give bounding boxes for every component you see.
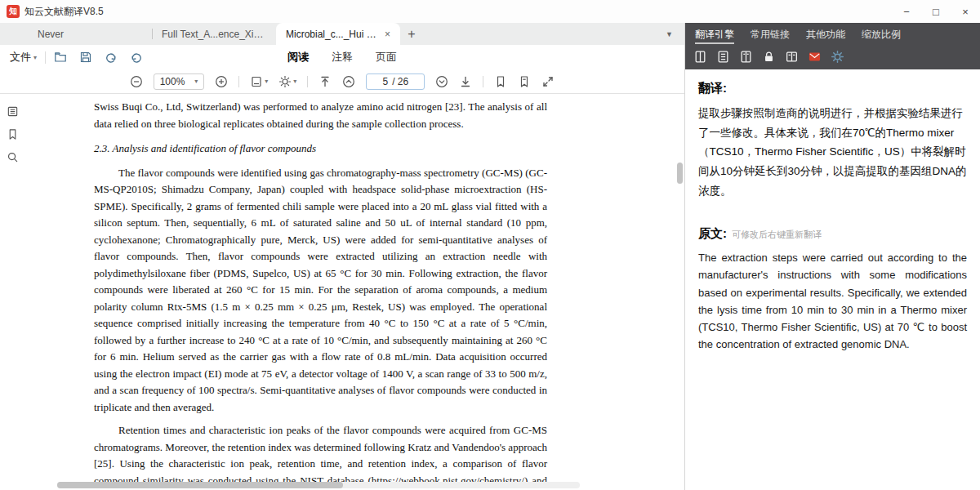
file-menu-label: 文件 [10,50,31,65]
document-tabbar: Never Full Text_A...ence_Xinhua Microbia… [0,23,684,45]
view-tab-read[interactable]: 阅读 [287,50,309,65]
horizontal-scrollbar-thumb[interactable] [57,482,343,488]
divider [307,76,308,87]
divider [238,76,239,87]
gear-icon[interactable] [831,50,844,64]
horizontal-scrollbar[interactable] [57,482,580,488]
pdf-section-heading: 2.3. Analysis and identification of flav… [94,140,547,158]
fullscreen-icon[interactable] [541,75,555,88]
scroll-to-top-button[interactable] [318,75,332,88]
mail-icon[interactable] [808,50,822,64]
divider [45,51,46,64]
zoom-level-value: 100% [160,76,185,87]
pdf-toolbar: 100% ▾ ▾ ▾ 5 / 26 [0,69,684,94]
vertical-scrollbar-thumb[interactable] [677,163,683,184]
app-title: 知云文献翻译V8.5 [24,5,104,19]
brightness-button[interactable]: ▾ [278,75,296,88]
bookmark-list-icon[interactable] [518,75,531,88]
original-section: 原文: 可修改后右键重新翻译 The extraction steps were… [698,226,967,353]
translation-panel-header: 翻译引擎 常用链接 其他功能 缩放比例 [685,23,980,69]
original-hint: 可修改后右键重新翻译 [732,229,822,241]
document-tab[interactable]: Full Text_A...ence_Xinhua [152,23,276,45]
panel-tabs: 翻译引擎 常用链接 其他功能 缩放比例 [693,27,972,50]
original-text[interactable]: The extraction steps were carried out ac… [698,249,967,353]
zoom-in-button[interactable] [215,75,228,88]
pdf-paragraph: Retention times and characteristic ion p… [94,422,547,490]
pdf-page: Swiss Buqi Co., Ltd, Switzerland) was pe… [24,94,684,490]
vertical-scrollbar[interactable] [677,94,684,490]
redo-icon[interactable] [130,51,143,64]
window-controls: − □ × [892,0,980,23]
save-icon[interactable] [79,51,92,64]
reader-pane: Never Full Text_A...ence_Xinhua Microbia… [0,23,684,490]
zoom-out-button[interactable] [130,75,143,88]
chevron-down-icon: ▾ [194,78,198,85]
document-icon[interactable] [716,50,730,64]
next-page-button[interactable] [435,75,448,88]
search-icon[interactable] [7,151,19,163]
translation-panel-body: 翻译: 提取步骤按照制造商的说明进行，并根据实验结果进行了一些修改。具体来说，我… [685,69,980,490]
page-current: 5 [383,76,389,87]
bookmarks-panel-icon[interactable] [7,128,19,140]
maximize-button[interactable]: □ [921,0,951,23]
panel-tab-zoom-ratio[interactable]: 缩放比例 [862,28,901,44]
document-tab[interactable]: Never [28,23,152,45]
new-tab-button[interactable]: + [400,27,423,42]
open-folder-icon[interactable] [54,51,67,64]
menubar: 文件 ▾ 阅读 注释 页面 [0,45,684,69]
view-tab-annotate[interactable]: 注释 [332,50,353,65]
chevron-down-icon: ▾ [33,54,37,61]
translation-label: 翻译: [698,81,727,95]
panel-tab-translate-engine[interactable]: 翻译引擎 [695,28,734,44]
panel-tab-common-links[interactable]: 常用链接 [751,28,790,44]
undo-icon[interactable] [105,51,118,64]
page-layout-button[interactable]: ▾ [250,75,268,88]
thumbnails-panel-icon[interactable] [7,105,19,118]
translation-panel: 翻译引擎 常用链接 其他功能 缩放比例 [684,23,980,490]
original-label: 原文: [698,226,727,242]
zoom-level-select[interactable]: 100% ▾ [154,74,205,90]
chevron-down-icon: ▾ [265,78,268,85]
main-area: Never Full Text_A...ence_Xinhua Microbia… [0,23,980,490]
document-icon[interactable] [785,50,799,64]
document-tab-active[interactable]: Microbial_c..._Hui Liao * × [276,23,400,45]
tab-label: Never [38,29,142,40]
app-logo-icon: 知 [7,5,20,18]
panel-icon-row [693,50,972,64]
view-mode-tabs: 阅读 注释 页面 [287,50,397,65]
translation-section: 翻译: 提取步骤按照制造商的说明进行，并根据实验结果进行了一些修改。具体来说，我… [698,81,967,200]
divider [483,76,483,87]
pdf-paragraph: The flavor compounds were identified usi… [94,165,547,416]
tab-label: Full Text_A...ence_Xinhua [162,29,266,40]
translation-text[interactable]: 提取步骤按照制造商的说明进行，并根据实验结果进行了一些修改。具体来说，我们在70… [698,104,967,200]
download-button[interactable] [459,75,472,88]
tab-label: Microbial_c..._Hui Liao * [286,29,378,40]
close-button[interactable]: × [951,0,980,23]
pdf-viewport[interactable]: Swiss Buqi Co., Ltd, Switzerland) was pe… [24,94,684,490]
titlebar: 知 知云文献翻译V8.5 − □ × [0,0,980,23]
previous-page-button[interactable] [342,75,355,88]
document-icon[interactable] [693,50,707,64]
view-tab-page[interactable]: 页面 [376,50,397,65]
document-icon[interactable] [739,50,753,64]
lock-icon[interactable] [762,50,776,64]
tab-overflow-icon[interactable]: ▼ [666,30,673,38]
panel-tab-other-functions[interactable]: 其他功能 [806,28,845,44]
file-menu-button[interactable]: 文件 ▾ [10,50,37,65]
sidebar-strip [0,94,24,490]
pdf-content-area: Swiss Buqi Co., Ltd, Switzerland) was pe… [0,94,684,490]
minimize-button[interactable]: − [892,0,921,23]
page-total: / 26 [392,76,408,87]
bookmark-add-icon[interactable] [494,75,507,88]
tab-close-icon[interactable]: × [385,29,390,40]
chevron-down-icon: ▾ [293,78,296,85]
pdf-paragraph: Swiss Buqi Co., Ltd, Switzerland) was pe… [94,99,547,132]
page-number-input[interactable]: 5 / 26 [366,74,425,90]
